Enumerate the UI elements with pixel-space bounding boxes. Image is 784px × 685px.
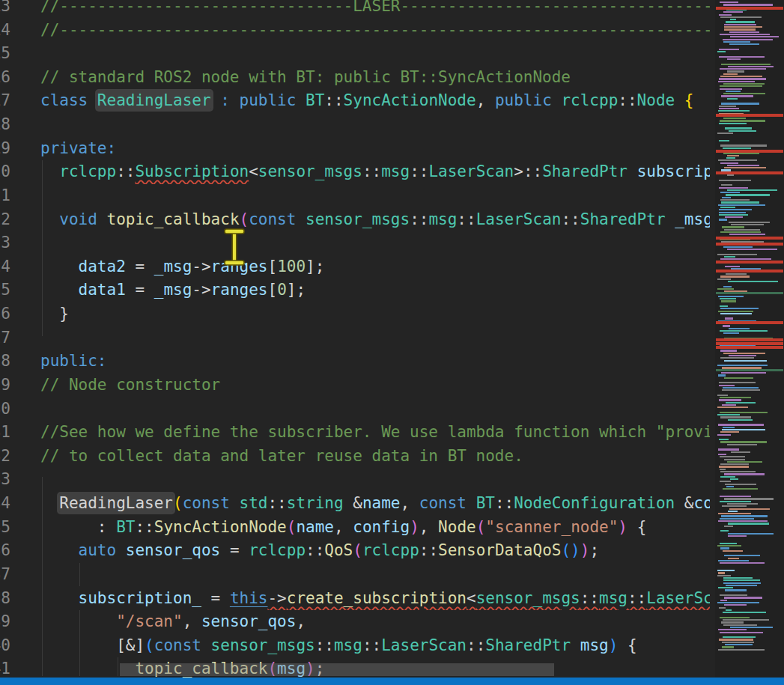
line-number[interactable]: 21	[0, 184, 10, 208]
line-number[interactable]: 29	[0, 374, 10, 398]
code-token: string	[287, 494, 344, 512]
line-number[interactable]: 26	[0, 302, 10, 326]
minimap-code-mark	[719, 399, 741, 401]
line-number[interactable]: 17	[0, 89, 10, 113]
code-line[interactable]: 32// to collect data and later reuse dat…	[0, 445, 710, 469]
minimap-code-mark	[720, 231, 761, 233]
code-line[interactable]: 31//See how we define the subscriber. We…	[0, 421, 710, 445]
code-token: ()	[561, 541, 580, 559]
code-token: &	[344, 494, 362, 512]
code-line[interactable]: 37	[0, 563, 710, 587]
minimap-code-mark	[720, 120, 765, 121]
code-token: )	[609, 636, 619, 654]
code-token: NodeConfiguration	[514, 494, 675, 512]
code-token: _msg	[675, 210, 710, 228]
minimap-code-mark	[720, 562, 765, 564]
minimap-code-mark	[721, 201, 759, 203]
line-number[interactable]: 18	[0, 113, 10, 137]
code-token: //See how we define the subscriber. We u…	[40, 423, 710, 441]
code-line[interactable]: 16// standard ROS2 node with BT: public …	[0, 66, 710, 90]
code-line[interactable]: 14//------------------------------------…	[0, 19, 710, 43]
code-line[interactable]: 28public:	[0, 350, 710, 374]
code-token: ::	[315, 636, 334, 654]
code-line[interactable]: 19private:	[0, 137, 710, 161]
code-line[interactable]: 35 : BT::SyncActionNode(name, config), N…	[0, 516, 710, 540]
code-line[interactable]: 18	[0, 113, 710, 137]
code-line[interactable]: 22 void topic_callback(const sensor_msgs…	[0, 208, 710, 232]
line-number[interactable]: 31	[0, 421, 10, 445]
code-line[interactable]: 20 rclcpp::Subscription<sensor_msgs::msg…	[0, 160, 710, 184]
minimap-code-mark	[720, 350, 737, 351]
code-line[interactable]: 26 }	[0, 302, 710, 326]
line-number[interactable]: 28	[0, 350, 10, 374]
code-text: // Node constructor	[40, 374, 220, 398]
line-number[interactable]: 33	[0, 468, 10, 492]
code-line[interactable]: 21	[0, 184, 710, 208]
line-number[interactable]: 13	[0, 0, 10, 19]
line-number[interactable]: 34	[0, 492, 10, 516]
minimap-code-mark	[718, 311, 753, 312]
code-line[interactable]: 30	[0, 398, 710, 421]
code-token: [	[267, 281, 277, 299]
minimap-code-mark	[718, 81, 755, 82]
code-line[interactable]: 25 data1 = _msg->ranges[0];	[0, 278, 710, 302]
line-number[interactable]: 14	[0, 19, 10, 43]
minimap-code-mark	[723, 624, 757, 626]
minimap-code-mark	[718, 374, 726, 376]
line-number[interactable]: 22	[0, 208, 10, 232]
minimap-code-mark	[725, 317, 733, 319]
line-number[interactable]: 32	[0, 445, 10, 469]
line-number[interactable]: 23	[0, 231, 10, 255]
minimap-code-mark	[720, 207, 735, 208]
line-number[interactable]: 40	[0, 634, 10, 658]
code-line[interactable]: 34 ReadingLaser(const std::string &name,…	[0, 492, 710, 516]
minimap-code-mark	[725, 644, 753, 645]
minimap-code-mark	[726, 585, 757, 586]
minimap-code-mark	[718, 424, 764, 425]
code-line[interactable]: 33	[0, 468, 710, 492]
code-line[interactable]: 17class ReadingLaser : public BT::SyncAc…	[0, 89, 710, 113]
code-token: msg	[334, 636, 362, 654]
line-number[interactable]: 35	[0, 516, 10, 540]
minimap-code-mark	[719, 212, 746, 213]
minimap-code-mark	[720, 88, 742, 90]
horizontal-scrollbar[interactable]	[120, 663, 554, 676]
code-line[interactable]: 40 [&](const sensor_msgs::msg::LaserScan…	[0, 634, 710, 658]
line-number[interactable]: 36	[0, 539, 10, 563]
code-line[interactable]: 29// Node constructor	[0, 374, 710, 398]
code-token	[40, 258, 79, 275]
minimap[interactable]	[715, 0, 784, 678]
code-token: "scanner_node"	[485, 518, 618, 536]
code-line[interactable]: 36 auto sensor_qos = rclcpp::QoS(rclcpp:…	[0, 539, 710, 563]
line-number[interactable]: 25	[0, 278, 10, 302]
line-number[interactable]: 16	[0, 66, 10, 90]
code-line[interactable]: 13//-------------------------------LASER…	[0, 0, 710, 19]
code-text: rclcpp::Subscription<sensor_msgs::msg::L…	[40, 160, 710, 184]
code-token: )	[410, 518, 419, 536]
line-number[interactable]: 30	[0, 398, 10, 421]
line-number[interactable]: 27	[0, 326, 10, 350]
minimap-code-mark	[720, 481, 731, 482]
minimap-code-mark	[726, 91, 741, 92]
code-line[interactable]: 24 data2 = _msg->ranges[100];	[0, 255, 710, 279]
code-line[interactable]: 23	[0, 231, 710, 255]
minimap-code-mark	[719, 209, 752, 210]
code-line[interactable]: 15	[0, 42, 710, 66]
code-line[interactable]: 38 subscription_ = this->create_subscrip…	[0, 587, 710, 611]
line-number[interactable]: 15	[0, 42, 10, 66]
minimap-code-mark	[718, 513, 751, 514]
code-token: SharedPtr	[580, 210, 666, 228]
code-line[interactable]: 39 "/scan", sensor_qos,	[0, 610, 710, 634]
line-number[interactable]: 37	[0, 563, 10, 587]
minimap-code-mark	[730, 36, 779, 37]
line-number[interactable]: 20	[0, 160, 10, 184]
code-line[interactable]: 27	[0, 326, 710, 350]
code-token: rclcpp	[59, 162, 116, 180]
line-number[interactable]: 19	[0, 137, 10, 161]
line-number[interactable]: 38	[0, 587, 10, 611]
minimap-code-mark	[719, 49, 739, 50]
code-token: :	[40, 518, 116, 536]
line-number[interactable]: 24	[0, 255, 10, 279]
line-number[interactable]: 39	[0, 610, 10, 634]
minimap-code-mark	[720, 617, 750, 618]
